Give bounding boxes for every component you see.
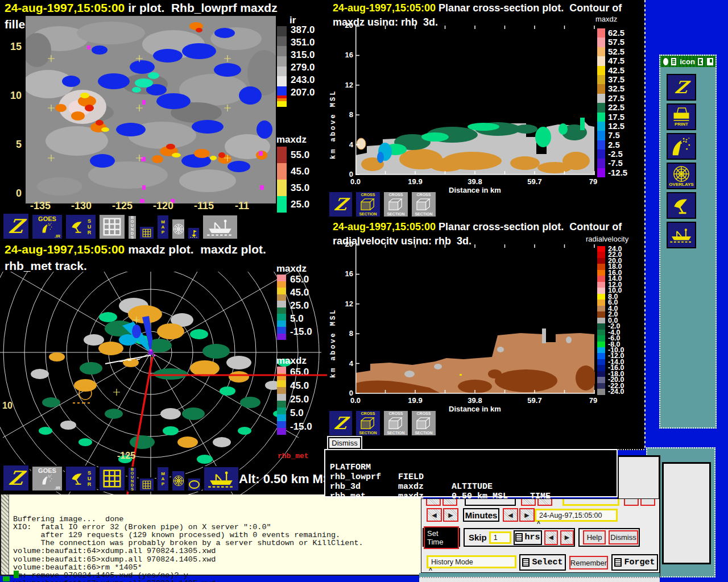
cross-section-button[interactable]: CROSS SECTION [411,191,437,218]
buoy-button[interactable] [187,227,200,240]
colorbar-tick: -12.5 [608,168,627,177]
printer-icon [672,107,691,122]
terminal-line: after 129 requests (129 known processed)… [13,531,363,539]
y-tick: 10 [5,90,22,139]
minutes-forward-button[interactable]: ▶ [519,508,535,522]
timestamp: 24-aug-1997,15:05:00 [333,221,436,232]
skip-input[interactable]: 1 [489,531,511,544]
goes-ir-button[interactable]: GOES .IR [31,465,63,492]
bounds-button[interactable]: BOUNDS [127,467,137,492]
colorbar-segment [597,38,605,47]
polar-overlay-button[interactable] [171,218,185,240]
grid-icon [142,228,152,238]
panel-ship-button[interactable] [667,222,696,248]
colorbar-segment [597,258,605,264]
colorbar-tick: -15.0 [290,420,312,434]
window-menu-circle-icon[interactable] [663,58,668,65]
forget-menu-button[interactable]: Forget [611,554,658,571]
icon-panel-title: icon [680,57,695,66]
teal-strip [419,573,660,577]
map-button[interactable]: MAP [156,466,169,492]
cross-section-button[interactable]: CROSS SECTION [383,410,409,436]
radar-track-label: rhb_met [278,452,309,460]
colorbar-segment [597,288,605,293]
remember-button[interactable]: Remember [569,556,608,569]
small-grid-button[interactable] [139,226,155,240]
units-menu-button[interactable]: hrs [514,530,542,545]
colorbar-segment [277,294,286,301]
panel-radar-button[interactable] [667,192,696,219]
skip-back-button[interactable]: ◀ [544,530,558,545]
terminal-cursor [14,571,19,578]
white-panel [662,462,711,564]
xs1-y-ticks: 20 16 12 8 4 0 [338,22,353,200]
colorbar-segment [277,26,287,36]
terminal-line: Buffering image... done [13,516,363,523]
select-menu-button[interactable]: Select [519,554,566,571]
colorbar-segment [277,301,286,307]
window-restore-icon[interactable] [707,58,713,65]
cross-section-radialvelocity-window: 24-aug-1997,15:05:00 Planar cross-sectio… [327,219,644,450]
xs2-plot[interactable] [355,244,595,394]
status-dismiss-button[interactable]: Dismiss [328,437,361,449]
clipped-button[interactable] [624,499,639,506]
bounds-button[interactable]: BOUNDS [127,215,137,240]
cube-icon [415,416,432,431]
ir-y-axis: 15 10 5 0 [5,41,22,236]
cross-section-button-active[interactable]: CROSS SECTION [355,191,381,218]
window-doc-icon[interactable] [671,58,676,65]
skip-forward-button[interactable]: ▶ [560,530,574,545]
panel-zebra-button[interactable]: Z [667,74,696,101]
ship-button[interactable] [203,466,239,492]
zebra-logo-button[interactable]: Z [328,191,353,218]
time-input[interactable]: 24-Aug-97,15:05:00 [535,509,618,522]
grid-radar-button[interactable] [98,465,126,492]
terminal-scrollbar[interactable] [1,490,9,575]
zebra-logo-button[interactable]: Z [328,410,353,436]
grid-radar-button[interactable] [98,214,126,240]
terminal-line: volume:beaufait:64>xdump.all 970824.1305… [13,547,363,555]
ir-colorbar-extra [277,86,287,107]
xs2-colorbar-ticks: 24.022.020.018.016.014.012.010.08.06.04.… [608,246,624,395]
clipped-button[interactable] [442,499,457,506]
xs1-plot[interactable] [355,26,595,175]
panel-overlays-button[interactable]: OVERLAYS [667,163,696,189]
clipped-button[interactable] [537,499,552,506]
history-mode-input[interactable]: History Mode [427,555,516,568]
clipped-button[interactable] [426,499,441,506]
cross-section-button-active[interactable]: CROSS SECTION [355,410,381,436]
clipped-button[interactable] [640,499,655,506]
polar-overlay-button[interactable] [171,470,185,492]
step-back-button[interactable]: ◀ [427,508,442,522]
goes-ir-button[interactable]: GOES .IR [31,214,63,240]
map-button[interactable]: MAP [156,214,169,240]
small-grid-button[interactable] [139,477,155,492]
cross-section-button[interactable]: CROSS SECTION [411,410,437,436]
ship-button[interactable] [202,214,238,240]
help-button[interactable]: Help [583,530,606,544]
surface-radar-button[interactable]: SUR [65,214,97,240]
panel-satellite-button[interactable] [667,133,696,160]
panel-print-button[interactable]: PRINT [667,103,696,130]
ir-colorbar-ticks: 387.0351.0315.0279.0243.0207.0 [291,24,315,99]
set-time-box: Set Time [423,528,460,547]
clipped-button[interactable] [521,499,536,506]
icon-panel-titlebar[interactable]: icon [660,56,715,67]
terminal-line: volume:beaufait:65>xdump.all 970824.1405… [13,556,363,564]
set-time-button[interactable]: Set Time [424,526,459,549]
ellipse-overlay-button[interactable] [187,477,201,492]
colorbar-tick: 45.0 [290,379,312,393]
dialog-dismiss-button[interactable]: Dismiss [609,530,638,544]
surface-radar-button[interactable]: SUR [65,465,97,492]
ir-satellite-image[interactable] [26,16,276,203]
zebra-logo-button[interactable]: Z [2,213,30,240]
minutes-back-button[interactable]: ◀ [503,508,518,522]
cross-section-button[interactable]: CROSS SECTION [383,191,409,218]
colorbar-segment [597,276,605,281]
step-forward-button[interactable]: ▶ [443,508,458,522]
timestamp: 24-aug-1997,15:05:00 [5,1,125,14]
xterm-terminal[interactable]: Buffering image... doneXIO: fatal IO err… [0,489,422,576]
window-minimize-icon[interactable] [698,58,703,65]
zebra-logo-button[interactable]: Z [2,464,30,492]
colorbar-segment [597,168,605,177]
